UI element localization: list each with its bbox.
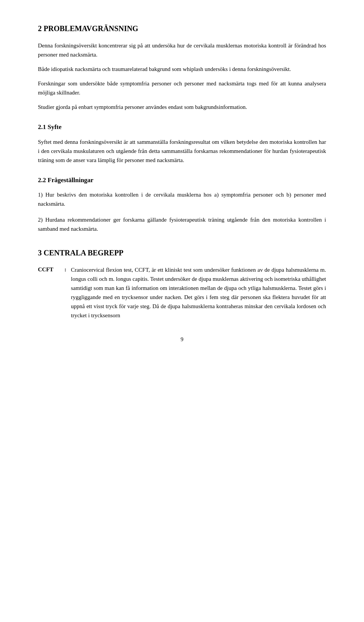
syfte-paragraph: Syftet med denna forskningsöversikt är a…	[38, 137, 326, 165]
fragestallning-1: 1) Hur beskrivs den motoriska kontrollen…	[38, 190, 326, 208]
subsection-22-title: 2.2 Frågeställningar	[38, 175, 326, 185]
fragestallning-2: 2) Hurdana rekommendationer ger forskarn…	[38, 215, 326, 233]
paragraph-4: Studier gjorda på enbart symptomfria per…	[38, 102, 326, 112]
ccft-colon: :	[64, 265, 66, 274]
ccft-text: Craniocervical flexion test, CCFT, är et…	[71, 265, 326, 320]
subsection-21-title: 2.1 Syfte	[38, 122, 326, 132]
page-number: 9	[38, 335, 326, 344]
section-2-title: 2 PROBLEMAVGRÄNSNING	[38, 23, 326, 34]
paragraph-3: Forskningar som undersökte både symptomf…	[38, 79, 326, 97]
section-3-title: 3 CENTRALA BEGREPP	[38, 247, 326, 258]
ccft-definition-block: CCFT : Craniocervical flexion test, CCFT…	[38, 265, 326, 320]
ccft-term: CCFT	[38, 265, 64, 274]
paragraph-1: Denna forskningsöversikt koncentrerar si…	[38, 41, 326, 59]
paragraph-2: Både idiopatisk nacksmärta och traumarel…	[38, 65, 326, 74]
